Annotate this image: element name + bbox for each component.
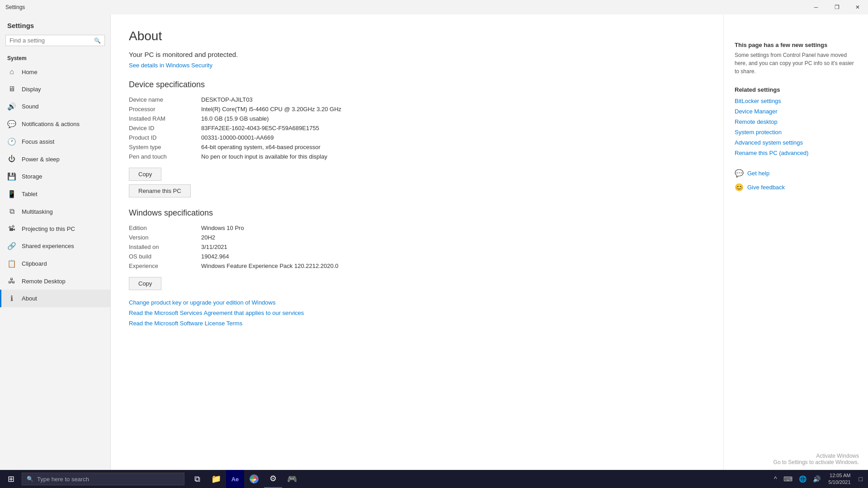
taskbar-app-ae[interactable]: Ae	[226, 470, 244, 488]
tray-date: 5/10/2021	[829, 479, 851, 486]
taskbar-search-text: Type here to search	[37, 476, 89, 483]
focus-icon: 🕐	[7, 137, 16, 146]
sidebar-item-projecting[interactable]: 📽 Projecting to this PC	[0, 220, 110, 237]
sidebar-item-remote[interactable]: 🖧 Remote Desktop	[0, 272, 110, 290]
spec-value-experience: Windows Feature Experience Pack 120.2212…	[201, 263, 339, 269]
spec-row-processor: Processor Intel(R) Core(TM) i5-4460 CPU …	[129, 104, 400, 114]
sidebar-item-multitasking[interactable]: ⧉ Multitasking	[0, 203, 110, 220]
sidebar-item-label-power: Power & sleep	[22, 156, 60, 163]
taskbar-search-box[interactable]: 🔍 Type here to search	[22, 473, 184, 485]
sidebar-search-container[interactable]: 🔍	[5, 35, 105, 46]
sidebar-item-label-notifications: Notifications & actions	[22, 121, 80, 127]
security-link[interactable]: See details in Windows Security	[129, 62, 212, 69]
remote-desktop-link[interactable]: Remote desktop	[735, 118, 857, 125]
device-manager-link[interactable]: Device Manager	[735, 108, 857, 115]
tray-network-icon[interactable]: 🌐	[797, 474, 808, 484]
search-icon: 🔍	[94, 38, 101, 44]
spec-row-os-build: OS build 19042.964	[129, 252, 400, 261]
sidebar-item-storage[interactable]: 💾 Storage	[0, 168, 110, 185]
spec-row-product-id: Product ID 00331-10000-00001-AA669	[129, 133, 400, 142]
sidebar-item-label-sound: Sound	[22, 103, 39, 110]
tray-volume-icon[interactable]: 🔊	[811, 474, 822, 484]
sidebar-item-clipboard[interactable]: 📋 Clipboard	[0, 255, 110, 272]
sidebar-item-home[interactable]: ⌂ Home	[0, 63, 110, 80]
storage-icon: 💾	[7, 172, 16, 181]
tray-caret-icon[interactable]: ^	[772, 474, 779, 484]
maximize-button[interactable]: ❐	[826, 0, 847, 14]
spec-label-ram: Installed RAM	[129, 115, 201, 122]
ms-services-link[interactable]: Read the Microsoft Services Agreement th…	[129, 310, 705, 316]
title-bar-controls: ─ ❐ ✕	[806, 0, 868, 14]
notice-title: This page has a few new settings	[735, 42, 857, 48]
get-help-action[interactable]: 💬 Get help	[735, 169, 857, 178]
taskbar-app-other[interactable]: 🎮	[283, 470, 301, 488]
tray-clock[interactable]: 12:05 AM 5/10/2021	[825, 470, 854, 488]
app-body: Settings 🔍 System ⌂ Home 🖥 Display 🔊 Sou…	[0, 14, 868, 470]
sidebar-item-tablet[interactable]: 📱 Tablet	[0, 185, 110, 203]
right-panel: This page has a few new settings Some se…	[723, 14, 868, 470]
related-settings-title: Related settings	[735, 86, 857, 93]
sidebar-item-about[interactable]: ℹ About	[0, 290, 110, 307]
copy-device-specs-button[interactable]: Copy	[129, 168, 161, 181]
advanced-system-link[interactable]: Advanced system settings	[735, 139, 857, 146]
spec-label-device-name: Device name	[129, 96, 201, 103]
sidebar-item-focus[interactable]: 🕐 Focus assist	[0, 133, 110, 150]
spec-value-version: 20H2	[201, 234, 215, 241]
sidebar-item-sound[interactable]: 🔊 Sound	[0, 98, 110, 115]
ms-license-link[interactable]: Read the Microsoft Software License Term…	[129, 320, 705, 327]
spec-row-experience: Experience Windows Feature Experience Pa…	[129, 261, 400, 271]
spec-label-device-id: Device ID	[129, 125, 201, 131]
spec-row-pen-touch: Pen and touch No pen or touch input is a…	[129, 152, 400, 161]
sidebar-item-label-display: Display	[22, 86, 41, 93]
title-bar: Settings ─ ❐ ✕	[0, 0, 868, 14]
windows-specs-table: Edition Windows 10 Pro Version 20H2 Inst…	[129, 223, 400, 271]
sidebar-item-notifications[interactable]: 💬 Notifications & actions	[0, 115, 110, 133]
taskbar: ⊞ 🔍 Type here to search ⧉ 📁 Ae ⚙ 🎮 Activ…	[0, 470, 868, 488]
taskbar-app-taskview[interactable]: ⧉	[188, 470, 206, 488]
spec-label-edition: Edition	[129, 225, 201, 231]
bitlocker-link[interactable]: BitLocker settings	[735, 98, 857, 104]
sidebar-item-display[interactable]: 🖥 Display	[0, 80, 110, 98]
sidebar-item-label-remote: Remote Desktop	[22, 278, 66, 285]
sidebar-search-input[interactable]	[9, 37, 94, 44]
spec-label-version: Version	[129, 234, 201, 241]
tablet-icon: 📱	[7, 190, 16, 198]
rename-pc-button[interactable]: Rename this PC	[129, 184, 191, 197]
spec-value-processor: Intel(R) Core(TM) i5-4460 CPU @ 3.20GHz …	[201, 106, 341, 113]
clipboard-icon: 📋	[7, 259, 16, 268]
taskbar-tray: ^ ⌨ 🌐 🔊 12:05 AM 5/10/2021 □	[769, 470, 868, 488]
taskbar-app-chrome[interactable]	[245, 470, 263, 488]
shared-icon: 🔗	[7, 242, 16, 250]
copy-windows-specs-button[interactable]: Copy	[129, 277, 161, 290]
start-button[interactable]: ⊞	[2, 470, 20, 488]
device-specs-title: Device specifications	[129, 80, 705, 89]
spec-value-pen-touch: No pen or touch input is available for t…	[201, 153, 327, 160]
minimize-button[interactable]: ─	[806, 0, 826, 14]
tray-notification-icon[interactable]: □	[857, 474, 864, 484]
spec-row-device-name: Device name DESKTOP-AJILT03	[129, 95, 400, 104]
spec-row-system-type: System type 64-bit operating system, x64…	[129, 142, 400, 152]
help-icon: 💬	[735, 169, 744, 178]
sidebar-item-shared[interactable]: 🔗 Shared experiences	[0, 237, 110, 255]
taskbar-search-icon: 🔍	[27, 476, 33, 482]
main-panel: About Your PC is monitored and protected…	[111, 14, 723, 470]
spec-row-device-id: Device ID 83FFA2EE-1602-4043-9E5C-F59A68…	[129, 123, 400, 133]
sidebar-item-power[interactable]: ⏻ Power & sleep	[0, 150, 110, 168]
give-feedback-label: Give feedback	[747, 184, 785, 191]
sidebar-item-label-clipboard: Clipboard	[22, 260, 47, 267]
spec-value-device-name: DESKTOP-AJILT03	[201, 96, 253, 103]
spec-row-ram: Installed RAM 16.0 GB (15.9 GB usable)	[129, 114, 400, 123]
tray-keyboard-icon[interactable]: ⌨	[782, 474, 794, 484]
spec-value-edition: Windows 10 Pro	[201, 225, 244, 231]
system-protection-link[interactable]: System protection	[735, 129, 857, 136]
bottom-links: Change product key or upgrade your editi…	[129, 299, 705, 327]
sidebar-item-label-multitasking: Multitasking	[22, 208, 53, 215]
close-button[interactable]: ✕	[847, 0, 868, 14]
rename-pc-advanced-link[interactable]: Rename this PC (advanced)	[735, 150, 857, 156]
panel-actions: 💬 Get help 😊 Give feedback	[735, 169, 857, 192]
sidebar-item-label-focus: Focus assist	[22, 138, 54, 145]
give-feedback-action[interactable]: 😊 Give feedback	[735, 183, 857, 192]
taskbar-app-explorer[interactable]: 📁	[207, 470, 225, 488]
taskbar-app-settings[interactable]: ⚙	[264, 470, 282, 488]
change-product-key-link[interactable]: Change product key or upgrade your editi…	[129, 299, 705, 306]
